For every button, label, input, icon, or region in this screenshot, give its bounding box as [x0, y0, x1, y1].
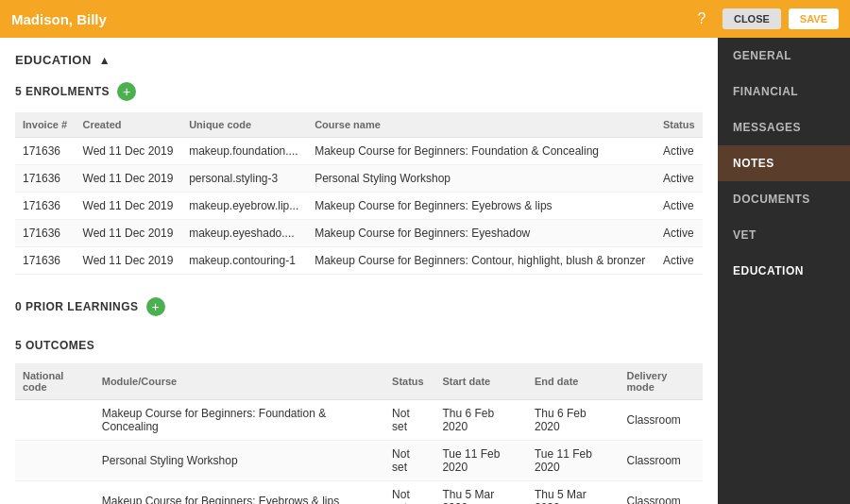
col-start-date: Start date: [434, 363, 527, 400]
sidebar: GENERAL FINANCIAL MESSAGES NOTES DOCUMEN…: [718, 38, 850, 504]
add-prior-learning-button[interactable]: +: [146, 297, 165, 316]
cell-delivery: Classroom: [620, 441, 704, 481]
education-section-title: EDUCATION: [15, 53, 92, 67]
sidebar-item-general[interactable]: GENERAL: [718, 38, 850, 74]
col-invoice: Invoice #: [15, 112, 76, 138]
cell-created: Wed 11 Dec 2019: [76, 247, 182, 275]
table-row[interactable]: Makeup Course for Beginners: Eyebrows & …: [15, 481, 703, 505]
enrolments-header-row: Invoice # Created Unique code Course nam…: [15, 112, 703, 138]
cell-code: makeup.foundation....: [181, 138, 307, 165]
cell-created: Wed 11 Dec 2019: [76, 138, 182, 165]
cell-status: Active: [655, 138, 703, 165]
table-row[interactable]: 171636 Wed 11 Dec 2019 makeup.eyebrow.li…: [15, 193, 703, 220]
cell-code: makeup.contouring-1: [181, 247, 307, 275]
cell-created: Wed 11 Dec 2019: [76, 193, 182, 220]
table-row[interactable]: Makeup Course for Beginners: Foundation …: [15, 400, 703, 441]
col-created: Created: [76, 112, 182, 138]
cell-delivery: Classroom: [620, 481, 704, 505]
cell-status: Not set: [384, 441, 434, 481]
table-row[interactable]: Personal Styling Workshop Not set Tue 11…: [15, 441, 703, 481]
cell-national-code: [15, 441, 94, 481]
cell-code: personal.styling-3: [181, 165, 307, 193]
cell-module: Makeup Course for Beginners: Eyebrows & …: [94, 481, 384, 505]
education-header: EDUCATION ▲: [15, 53, 703, 67]
prior-learnings-label: 0 PRIOR LEARNINGS: [15, 300, 139, 313]
cell-invoice: 171636: [15, 247, 76, 275]
cell-status: Active: [655, 165, 703, 193]
main-layout: EDUCATION ▲ 5 ENROLMENTS + Invoice # Cre…: [0, 38, 850, 504]
main-content: EDUCATION ▲ 5 ENROLMENTS + Invoice # Cre…: [0, 38, 718, 504]
cell-course: Makeup Course for Beginners: Eyebrows & …: [307, 193, 655, 220]
cell-status: Active: [655, 247, 703, 275]
close-button[interactable]: CLOSE: [722, 8, 781, 29]
enrolments-table: Invoice # Created Unique code Course nam…: [15, 112, 703, 275]
cell-module: Personal Styling Workshop: [94, 441, 384, 481]
cell-invoice: 171636: [15, 138, 76, 165]
col-unique-code: Unique code: [181, 112, 307, 138]
sidebar-item-notes[interactable]: NOTES: [718, 145, 850, 181]
cell-invoice: 171636: [15, 165, 76, 193]
col-outcome-status: Status: [384, 363, 434, 400]
cell-course: Makeup Course for Beginners: Contour, hi…: [307, 247, 655, 275]
cell-course: Personal Styling Workshop: [307, 165, 655, 193]
cell-status: Not set: [384, 400, 434, 441]
sidebar-item-vet[interactable]: VET: [718, 217, 850, 253]
cell-invoice: 171636: [15, 220, 76, 247]
cell-start: Thu 5 Mar 2020: [434, 481, 527, 505]
table-row[interactable]: 171636 Wed 11 Dec 2019 personal.styling-…: [15, 165, 703, 193]
cell-code: makeup.eyeshado....: [181, 220, 307, 247]
outcomes-header: 5 OUTCOMES: [15, 339, 703, 352]
sidebar-item-documents[interactable]: DOCUMENTS: [718, 181, 850, 217]
help-button[interactable]: ?: [688, 6, 715, 32]
add-enrolment-button[interactable]: +: [117, 82, 136, 101]
cell-start: Thu 6 Feb 2020: [434, 400, 527, 441]
save-button[interactable]: SAVE: [789, 8, 839, 29]
cell-created: Wed 11 Dec 2019: [76, 220, 182, 247]
cell-status: Not set: [384, 481, 434, 505]
cell-course: Makeup Course for Beginners: Eyeshadow: [307, 220, 655, 247]
col-module-course: Module/Course: [94, 363, 384, 400]
cell-course: Makeup Course for Beginners: Foundation …: [307, 138, 655, 165]
col-delivery-mode: Delivery mode: [620, 363, 704, 400]
chevron-up-icon: ▲: [99, 54, 110, 67]
col-national-code: National code: [15, 363, 94, 400]
enrolments-header: 5 ENROLMENTS +: [15, 82, 703, 101]
cell-module: Makeup Course for Beginners: Foundation …: [94, 400, 384, 441]
cell-national-code: [15, 481, 94, 505]
table-row[interactable]: 171636 Wed 11 Dec 2019 makeup.contouring…: [15, 247, 703, 275]
col-status: Status: [655, 112, 703, 138]
cell-invoice: 171636: [15, 193, 76, 220]
table-row[interactable]: 171636 Wed 11 Dec 2019 makeup.foundation…: [15, 138, 703, 165]
cell-end: Thu 6 Feb 2020: [527, 400, 620, 441]
cell-delivery: Classroom: [620, 400, 704, 441]
cell-start: Tue 11 Feb 2020: [434, 441, 527, 481]
header-actions: ? CLOSE SAVE: [688, 6, 839, 32]
sidebar-item-messages[interactable]: MESSAGES: [718, 109, 850, 145]
cell-code: makeup.eyebrow.lip...: [181, 193, 307, 220]
app-header: Madison, Billy ? CLOSE SAVE: [0, 0, 850, 38]
cell-end: Thu 5 Mar 2020: [527, 481, 620, 505]
outcomes-table: National code Module/Course Status Start…: [15, 363, 703, 504]
cell-national-code: [15, 400, 94, 441]
outcomes-label: 5 OUTCOMES: [15, 339, 94, 352]
col-end-date: End date: [527, 363, 620, 400]
cell-status: Active: [655, 220, 703, 247]
sidebar-item-financial[interactable]: FINANCIAL: [718, 74, 850, 109]
table-row[interactable]: 171636 Wed 11 Dec 2019 makeup.eyeshado..…: [15, 220, 703, 247]
cell-created: Wed 11 Dec 2019: [76, 165, 182, 193]
cell-end: Tue 11 Feb 2020: [527, 441, 620, 481]
col-course-name: Course name: [307, 112, 655, 138]
outcomes-header-row: National code Module/Course Status Start…: [15, 363, 703, 400]
prior-learnings-header: 0 PRIOR LEARNINGS +: [15, 297, 703, 316]
enrolments-label: 5 ENROLMENTS: [15, 85, 110, 98]
sidebar-item-education[interactable]: EDUCATION: [718, 253, 850, 289]
page-title: Madison, Billy: [11, 11, 107, 27]
cell-status: Active: [655, 193, 703, 220]
